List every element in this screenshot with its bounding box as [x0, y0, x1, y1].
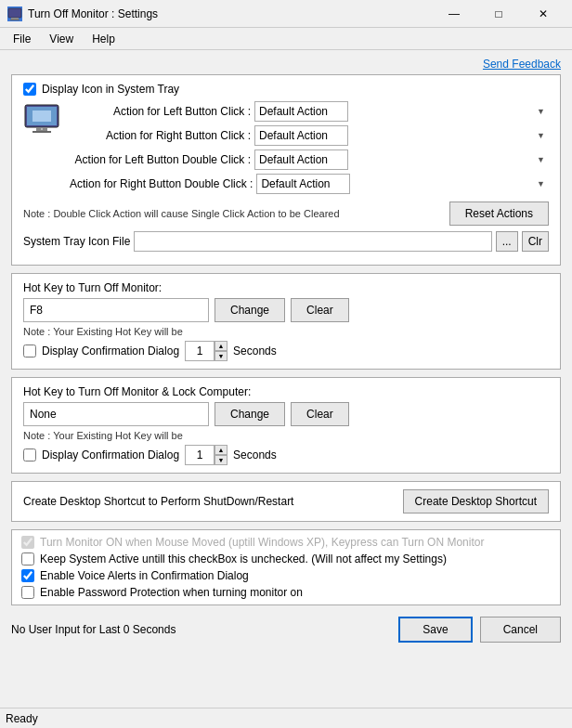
svg-rect-5	[32, 110, 51, 122]
hotkey1-conf-label: Display Confirmation Dialog	[42, 344, 179, 358]
action-rows: Action for Left Button Click : Default A…	[70, 101, 549, 198]
cancel-button[interactable]: Cancel	[480, 617, 561, 643]
hotkey1-section: Hot Key to Turn Off Monitor: Change Clea…	[11, 273, 561, 370]
tray-checkbox-label: Display Icon in System Tray	[42, 83, 179, 96]
icon-file-browse-button[interactable]: ...	[496, 231, 518, 252]
action-row-2: Action for Right Button Click : Default …	[70, 125, 549, 146]
monitor-icon	[23, 101, 60, 138]
hotkey2-spinner-down[interactable]: ▼	[214, 455, 228, 465]
hotkey1-change-button[interactable]: Change	[214, 298, 285, 322]
hotkey2-section: Hot Key to Turn Off Monitor & Lock Compu…	[11, 377, 561, 474]
hotkey1-conf-row: Display Confirmation Dialog ▲ ▼ Seconds	[23, 341, 549, 361]
send-feedback-link[interactable]: Send Feedback	[11, 58, 561, 71]
svg-point-8	[41, 128, 43, 130]
tray-checkbox[interactable]	[23, 83, 36, 96]
action-select-2[interactable]: Default Action	[254, 125, 348, 146]
action-select-3[interactable]: Default Action	[254, 150, 348, 170]
hotkey1-spinner-btns: ▲ ▼	[214, 341, 228, 361]
title-bar-text: Turn Off Monitor : Settings	[28, 7, 433, 20]
tray-checkbox-row: Display Icon in System Tray	[23, 83, 549, 96]
hotkey1-seconds-label: Seconds	[233, 344, 277, 358]
status-bar: Ready	[0, 708, 572, 728]
hotkey2-spinner-up[interactable]: ▲	[214, 445, 228, 455]
action-select-1[interactable]: Default Action	[254, 101, 348, 122]
hotkey2-spinner-btns: ▲ ▼	[214, 445, 228, 465]
maximize-button[interactable]: □	[477, 1, 520, 27]
icon-file-row: System Tray Icon File ... Clr	[23, 231, 549, 252]
opt2-checkbox[interactable]	[21, 552, 34, 566]
opt-row-2: Keep System Active untill this checkBox …	[21, 552, 551, 566]
hotkey2-seconds-label: Seconds	[233, 448, 277, 462]
bottom-area: No User Input for Last 0 Seconds Save Ca…	[11, 613, 561, 646]
opt4-checkbox[interactable]	[21, 586, 34, 599]
hotkey1-row: Change Clear	[23, 298, 549, 322]
status-text: Ready	[6, 712, 38, 725]
hotkey2-spinner: ▲ ▼	[185, 445, 228, 465]
hotkey2-conf-label: Display Confirmation Dialog	[42, 448, 179, 462]
opt3-checkbox[interactable]	[21, 569, 34, 582]
hotkey2-change-button[interactable]: Change	[214, 402, 285, 426]
hotkey2-clear-button[interactable]: Clear	[291, 402, 349, 426]
shortcut-section: Create Desktop Shortcut to Perform ShutD…	[11, 481, 561, 522]
svg-rect-7	[32, 131, 51, 133]
tray-section: Display Icon in System Tray Action for L…	[11, 74, 561, 266]
save-button[interactable]: Save	[398, 617, 472, 643]
hotkey1-seconds-input[interactable]	[185, 341, 214, 361]
hotkey2-conf-checkbox[interactable]	[23, 448, 36, 462]
action-label-2: Action for Right Button Click :	[70, 129, 251, 142]
select-wrapper-1: Default Action	[254, 101, 549, 122]
title-bar: Turn Off Monitor : Settings — □ ✕	[0, 0, 572, 28]
opt3-label: Enable Voice Alerts in Confirmation Dial…	[40, 569, 249, 582]
menu-file[interactable]: File	[4, 31, 40, 47]
hotkey2-input[interactable]	[23, 402, 209, 426]
icon-file-clear-button[interactable]: Clr	[522, 231, 549, 252]
app-icon	[7, 6, 22, 21]
opt-row-3: Enable Voice Alerts in Confirmation Dial…	[21, 569, 551, 582]
action-select-4[interactable]: Default Action	[256, 174, 350, 194]
menu-help[interactable]: Help	[83, 31, 124, 47]
opt1-label: Turn Monitor ON when Mouse Moved (uptill…	[40, 536, 484, 549]
action-label-4: Action for Right Button Double Click :	[70, 177, 253, 190]
action-row-4: Action for Right Button Double Click : D…	[70, 174, 549, 194]
reset-actions-button[interactable]: Reset Actions	[449, 202, 549, 226]
opt1-checkbox[interactable]	[21, 536, 34, 549]
hotkey1-spinner-up[interactable]: ▲	[214, 341, 228, 351]
title-bar-controls: — □ ✕	[433, 1, 565, 27]
hotkey1-input[interactable]	[23, 298, 209, 322]
hotkey1-conf-checkbox[interactable]	[23, 344, 36, 358]
hotkey1-spinner: ▲ ▼	[185, 341, 228, 361]
icon-file-label: System Tray Icon File	[23, 235, 130, 248]
menu-view[interactable]: View	[40, 31, 83, 47]
hotkey2-conf-row: Display Confirmation Dialog ▲ ▼ Seconds	[23, 445, 549, 465]
action-row-3: Action for Left Button Double Click : De…	[70, 150, 549, 170]
main-content: Send Feedback Display Icon in System Tra…	[0, 50, 572, 702]
action-row-1: Action for Left Button Click : Default A…	[70, 101, 549, 122]
double-click-note: Note : Double Click Action will cause Si…	[23, 208, 340, 219]
icon-file-input[interactable]	[134, 231, 491, 252]
hotkey1-note: Note : Your Existing Hot Key will be	[23, 326, 549, 337]
opt4-label: Enable Password Protection when turning …	[40, 586, 303, 599]
opt-row-4: Enable Password Protection when turning …	[21, 586, 551, 599]
opt2-label: Keep System Active untill this checkBox …	[40, 552, 447, 566]
options-section: Turn Monitor ON when Mouse Moved (uptill…	[11, 529, 561, 605]
bottom-buttons: Save Cancel	[398, 617, 561, 643]
select-wrapper-4: Default Action	[256, 174, 549, 194]
hotkey2-label: Hot Key to Turn Off Monitor & Lock Compu…	[23, 385, 549, 398]
shortcut-row: Create Desktop Shortcut to Perform ShutD…	[23, 489, 549, 514]
minimize-button[interactable]: —	[433, 1, 475, 27]
svg-rect-1	[11, 18, 19, 20]
close-button[interactable]: ✕	[522, 1, 565, 27]
svg-rect-0	[8, 8, 21, 18]
action-label-3: Action for Left Button Double Click :	[70, 153, 251, 166]
shortcut-label: Create Desktop Shortcut to Perform ShutD…	[23, 495, 293, 508]
opt-row-1: Turn Monitor ON when Mouse Moved (uptill…	[21, 536, 551, 549]
create-shortcut-button[interactable]: Create Desktop Shortcut	[403, 489, 549, 514]
svg-rect-2	[10, 20, 20, 20]
hotkey1-spinner-down[interactable]: ▼	[214, 351, 228, 361]
select-wrapper-3: Default Action	[254, 150, 549, 170]
hotkey2-seconds-input[interactable]	[185, 445, 214, 465]
select-wrapper-2: Default Action	[254, 125, 549, 146]
menu-bar: File View Help	[0, 28, 572, 50]
hotkey1-clear-button[interactable]: Clear	[291, 298, 349, 322]
action-label-1: Action for Left Button Click :	[70, 105, 251, 118]
